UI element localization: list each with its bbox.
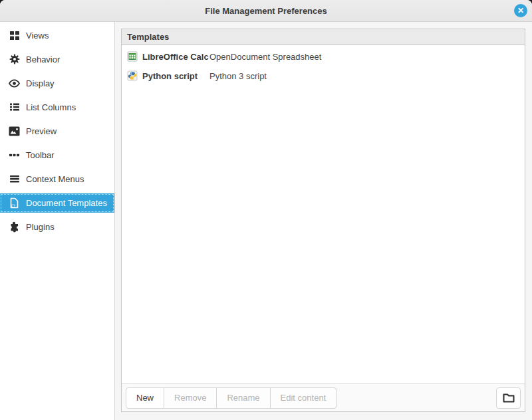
close-icon[interactable]: ✕ xyxy=(514,4,527,17)
sidebar-item-label: Behavior xyxy=(26,54,60,64)
main-panel: Templates LibreOffice Calc OpenDocument … xyxy=(115,22,532,420)
sidebar-item-list-columns[interactable]: List Columns xyxy=(0,95,114,119)
sidebar-item-label: Views xyxy=(26,31,49,41)
sidebar-item-plugins[interactable]: Plugins xyxy=(0,215,114,239)
list-item[interactable]: Python script Python 3 script xyxy=(122,66,525,86)
remove-button[interactable]: Remove xyxy=(164,387,217,409)
sidebar-item-label: Plugins xyxy=(26,222,55,232)
preferences-window: File Management Preferences ✕ Views Beha… xyxy=(0,0,532,420)
templates-header: Templates xyxy=(122,29,525,45)
template-name: LibreOffice Calc xyxy=(142,52,209,62)
list-item[interactable]: LibreOffice Calc OpenDocument Spreadshee… xyxy=(122,47,525,66)
gear-icon xyxy=(9,54,20,65)
sidebar-item-label: List Columns xyxy=(26,102,76,112)
libreoffice-calc-icon xyxy=(127,51,138,62)
menu-lines-icon xyxy=(9,173,20,185)
sidebar-item-display[interactable]: Display xyxy=(0,71,114,95)
sidebar: Views Behavior Display List Columns Prev… xyxy=(0,22,115,420)
sidebar-item-preview[interactable]: Preview xyxy=(0,119,114,143)
window-title: File Management Preferences xyxy=(205,6,327,16)
rename-button[interactable]: Rename xyxy=(217,387,270,409)
template-actions: New Remove Rename Edit content xyxy=(126,387,336,409)
template-description: Python 3 script xyxy=(209,71,267,81)
templates-list: LibreOffice Calc OpenDocument Spreadshee… xyxy=(122,45,525,383)
sidebar-item-label: Document Templates xyxy=(26,198,107,208)
sidebar-item-behavior[interactable]: Behavior xyxy=(0,47,114,71)
actions-bar: New Remove Rename Edit content xyxy=(122,383,525,411)
folder-icon xyxy=(502,392,515,403)
open-templates-folder-button[interactable] xyxy=(496,387,521,409)
edit-content-button[interactable]: Edit content xyxy=(271,387,337,409)
sidebar-item-document-templates[interactable]: Document Templates xyxy=(0,193,114,213)
puzzle-icon xyxy=(9,221,20,233)
eye-icon xyxy=(9,78,20,89)
titlebar: File Management Preferences ✕ xyxy=(0,0,532,22)
list-columns-icon xyxy=(9,102,20,113)
ellipsis-icon xyxy=(9,150,20,161)
image-icon xyxy=(9,126,20,137)
grid-icon xyxy=(9,30,20,41)
document-template-icon xyxy=(9,197,20,209)
new-button[interactable]: New xyxy=(126,387,164,409)
sidebar-item-views[interactable]: Views xyxy=(0,23,114,47)
template-description: OpenDocument Spreadsheet xyxy=(209,52,321,62)
sidebar-item-toolbar[interactable]: Toolbar xyxy=(0,143,114,167)
template-name: Python script xyxy=(142,71,209,81)
templates-frame: Templates LibreOffice Calc OpenDocument … xyxy=(121,29,525,412)
python-icon xyxy=(127,70,138,82)
sidebar-item-label: Display xyxy=(26,78,55,88)
templates-header-label: Templates xyxy=(127,32,169,42)
sidebar-item-label: Preview xyxy=(26,126,57,136)
sidebar-item-label: Context Menus xyxy=(26,174,84,184)
sidebar-item-context-menus[interactable]: Context Menus xyxy=(0,167,114,191)
sidebar-item-label: Toolbar xyxy=(26,150,55,160)
